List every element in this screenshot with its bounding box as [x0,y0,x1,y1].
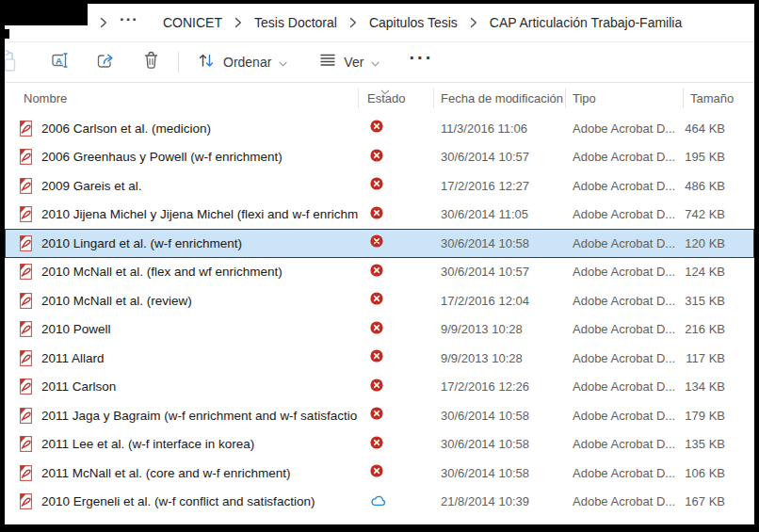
file-type: Adobe Acrobat D... [565,437,683,451]
file-name: 2011 Lee et al. (w-f interface in korea) [41,437,254,451]
redaction-notch [5,29,9,39]
column-header-estado[interactable]: Estado [358,83,433,114]
file-name: 2011 Jaga y Bagraim (w-f enrichment and … [41,409,358,423]
sync-status-cell [358,407,433,424]
file-type: Adobe Acrobat D... [565,150,683,164]
chevron-down-icon [279,54,287,71]
sync-status-cell [358,234,433,251]
file-size: 106 KB [683,466,754,480]
sync-error-icon [370,292,383,309]
date-modified: 30/6/2014 10:58 [433,437,565,451]
sync-status-cell [358,120,433,137]
table-row[interactable]: 2011 McNall et al. (core and w-f enrichm… [5,459,754,488]
pdf-file-icon [18,320,34,338]
file-name-cell: 2010 Powell [5,320,358,338]
file-size: 742 KB [683,207,754,221]
file-name-cell: 2011 Lee et al. (w-f interface in korea) [5,435,358,453]
file-name-cell: 2009 Gareis et al. [5,177,358,195]
file-name: 2010 Powell [41,322,111,336]
table-row[interactable]: 2006 Carlson et al. (medicion) 11/3/2016… [5,114,754,143]
file-size: 124 KB [683,265,754,279]
rename-button[interactable]: A [44,46,76,78]
pdf-file-icon [18,177,34,195]
sync-status-cell [358,436,433,453]
pdf-file-icon [18,349,34,367]
breadcrumb-item-capitulos-tesis[interactable]: Capitulos Tesis [369,15,458,30]
table-row[interactable]: 2011 Allard 9/9/2013 10:28 Adobe Acrobat… [5,344,754,373]
share-icon [96,51,116,73]
file-type: Adobe Acrobat D... [565,236,683,250]
column-header-tamano[interactable]: Tamaño [683,83,754,114]
sync-error-icon [370,436,383,453]
file-type: Adobe Acrobat D... [565,207,683,221]
sync-status-cell [358,321,433,338]
table-row[interactable]: 2009 Gareis et al. 17/2/2016 12:27 Adobe… [5,171,754,201]
file-name-cell: 2010 Jijena Michel y Jijena Michel (flex… [5,205,358,223]
chevron-right-icon[interactable] [349,17,357,28]
sync-error-icon [370,464,383,481]
breadcrumb: ··· CONICET Tesis Doctoral Capitulos Tes… [5,4,754,42]
file-type: Adobe Acrobat D... [565,466,683,480]
date-modified: 11/3/2016 11:06 [433,121,565,136]
sync-status-cell [358,464,433,481]
delete-button[interactable] [135,46,167,78]
sync-status-cell [358,206,433,223]
table-row[interactable]: 2011 Jaga y Bagraim (w-f enrichment and … [5,401,754,430]
chevron-right-icon[interactable] [470,17,477,28]
column-label: Fecha de modificación [441,91,563,105]
share-button[interactable] [89,46,121,78]
table-row[interactable]: 2011 Carlson 17/2/2016 12:26 Adobe Acrob… [5,373,754,402]
window-frame: ··· CONICET Tesis Doctoral Capitulos Tes… [0,0,759,532]
file-type: Adobe Acrobat D... [565,379,683,394]
table-row[interactable]: 2010 Ergeneli et al. (w-f conflict and s… [5,488,754,517]
table-row[interactable]: 2010 McNall et al. (flex and wf enrichme… [5,258,754,287]
pdf-file-icon [18,492,34,510]
pdf-file-icon [18,234,34,252]
file-type: Adobe Acrobat D... [565,265,683,279]
paste-button[interactable] [5,46,18,78]
file-name-cell: 2011 Jaga y Bagraim (w-f enrichment and … [5,407,358,425]
table-row[interactable]: 2006 Greenhaus y Powell (w-f enrichment)… [5,143,754,172]
pdf-file-icon [18,435,34,453]
command-toolbar: A [5,42,754,83]
breadcrumb-item-conicet[interactable]: CONICET [163,15,222,30]
breadcrumb-overflow-button[interactable]: ··· [120,15,138,30]
file-name: 2009 Gareis et al. [41,179,142,193]
breadcrumb-item-tesis-doctoral[interactable]: Tesis Doctoral [254,15,337,30]
table-row[interactable]: 2010 Powell 9/9/2013 10:28 Adobe Acrobat… [5,315,754,345]
file-name: 2011 McNall et al. (core and w-f enrichm… [41,466,291,480]
file-type: Adobe Acrobat D... [565,409,683,423]
table-row[interactable]: 2011 Lee et al. (w-f interface in korea)… [5,430,754,459]
file-name: 2010 Jijena Michel y Jijena Michel (flex… [41,207,358,221]
paste-icon [5,49,16,75]
sync-status-cell [358,349,433,366]
table-row[interactable]: 2010 McNall et al. (review) 17/2/2016 12… [5,286,754,315]
file-name: 2011 Carlson [41,379,116,394]
more-options-button[interactable]: ··· [401,54,441,71]
view-dropdown-button[interactable]: Ver [311,47,388,77]
date-modified: 17/2/2016 12:27 [433,179,565,193]
sort-dropdown-button[interactable]: Ordenar [188,45,296,79]
table-row[interactable]: 2010 Jijena Michel y Jijena Michel (flex… [5,201,754,230]
breadcrumb-item-current-folder[interactable]: CAP Articulación Trabajo-Familia [490,15,682,30]
pdf-file-icon [18,378,34,395]
file-size: 117 KB [683,351,754,365]
column-header-fecha[interactable]: Fecha de modificación [433,83,565,114]
rename-icon: A [51,51,71,73]
view-label: Ver [344,55,363,70]
chevron-right-icon[interactable] [234,17,242,28]
column-header-nombre[interactable]: Nombre [5,83,358,114]
column-label: Tipo [573,91,596,105]
table-row[interactable]: 2010 Lingard et al. (w-f enrichment) 30/… [5,229,754,258]
column-header-tipo[interactable]: Tipo [565,83,683,114]
file-type: Adobe Acrobat D... [565,322,683,336]
date-modified: 17/2/2016 12:26 [433,379,565,394]
file-name: 2010 McNall et al. (flex and wf enrichme… [41,265,283,279]
file-size: 486 KB [683,179,754,193]
sync-status-cell [358,264,433,281]
sync-error-icon [370,206,383,223]
date-modified: 30/6/2014 10:58 [433,409,565,423]
file-type: Adobe Acrobat D... [565,494,683,508]
file-name-cell: 2011 Carlson [5,378,358,395]
sync-status-cell [358,149,433,166]
